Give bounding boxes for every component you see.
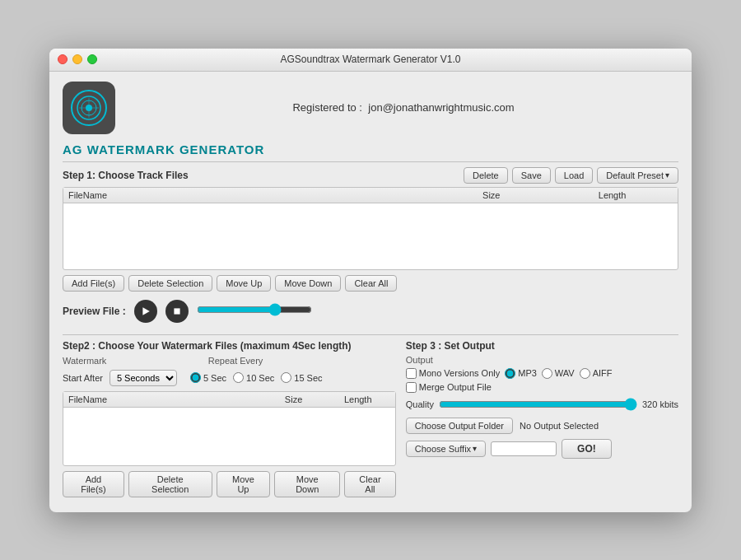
mp3-option[interactable]: MP3 [505,368,537,379]
repeat-10sec-option[interactable]: 10 Sec [233,372,274,383]
mp3-radio[interactable] [505,368,515,379]
play-icon [141,306,151,316]
aiff-option[interactable]: AIFF [580,368,613,379]
main-content: Registered to : jon@jonathanwrightmusic.… [49,72,692,512]
preset-button[interactable]: Default Preset ▾ [597,167,678,184]
repeat-5sec-radio[interactable] [190,372,201,383]
preview-row: Preview File : [63,296,678,326]
merge-output-checkbox[interactable] [406,382,417,393]
start-after-row: Start After 5 Seconds 5 Sec 10 Sec [63,370,396,386]
merge-output-option[interactable]: Merge Output File [406,382,678,393]
play-button[interactable] [134,300,157,323]
stop-icon [172,306,182,316]
repeat-15sec-option[interactable]: 15 Sec [281,372,322,383]
svg-marker-5 [142,307,149,315]
load-button[interactable]: Load [555,167,593,184]
svg-rect-6 [174,308,179,314]
divider-1 [63,161,678,162]
col-size-1: Size [431,190,552,200]
output-sublabel: Output [406,355,678,365]
output-folder-row: Choose Output Folder No Output Selected [406,418,678,434]
wav-radio[interactable] [542,368,552,379]
logo-box [63,82,115,134]
aiff-label: AIFF [593,368,613,378]
wav-option[interactable]: WAV [542,368,575,379]
watermark-sublabel: Watermark [63,356,106,366]
step2-clear-all-button[interactable]: Clear All [344,471,396,497]
step2-move-down-button[interactable]: Move Down [274,471,340,497]
quality-label: Quality [406,399,434,409]
go-button[interactable]: GO! [562,439,612,459]
suffix-input[interactable] [491,441,557,456]
app-window: AGSoundtrax Watermark Generator V1.0 Reg… [49,49,692,512]
col-filename-1: FileName [68,190,431,200]
divider-2 [63,334,678,335]
step1-table-body [63,203,678,269]
traffic-lights [58,54,97,64]
start-after-select[interactable]: 5 Seconds [110,370,177,386]
step1-table: FileName Size Length [63,187,678,270]
two-col-section: Step2 : Choose Your Watermark Files (max… [63,340,678,502]
step2-section: Step2 : Choose Your Watermark Files (max… [63,340,396,502]
step1-delete-selection-button[interactable]: Delete Selection [128,275,212,292]
step1-action-row: Add File(s) Delete Selection Move Up Mov… [63,275,678,292]
step2-delete-selection-button[interactable]: Delete Selection [128,471,212,497]
app-title: AG WATERMARK GENERATOR [63,142,678,156]
stop-button[interactable] [165,300,189,323]
mono-versions-option[interactable]: Mono Versions Only [406,368,500,379]
quality-slider[interactable] [439,398,637,411]
registered-email: jon@jonathanwrightmusic.com [368,101,514,114]
step2-label: Step2 : Choose Your Watermark Files (max… [63,340,396,352]
step1-header: Step 1: Choose Track Files Delete Save L… [63,167,678,184]
step1-clear-all-button[interactable]: Clear All [345,275,397,292]
repeat-10sec-label: 10 Sec [246,373,274,383]
step1-buttons: Delete Save Load Default Preset ▾ [464,167,678,184]
step3-section: Step 3 : Set Output Output Mono Versions… [406,340,678,502]
step2-col-filename: FileName [68,394,261,404]
step2-table-body [63,408,395,465]
step2-table: FileName Size Length [63,391,396,466]
format-options: MP3 WAV AIFF [505,368,612,379]
repeat-5sec-label: 5 Sec [203,373,226,383]
repeat-15sec-label: 15 Sec [294,373,322,383]
col-length-1: Length [552,190,673,200]
repeat-15sec-radio[interactable] [281,372,291,383]
maximize-button[interactable] [87,54,97,64]
bottom-section: Choose Output Folder No Output Selected … [406,418,678,459]
choose-output-folder-button[interactable]: Choose Output Folder [406,418,513,434]
repeat-10sec-radio[interactable] [233,372,244,383]
wav-label: WAV [555,368,575,378]
mono-versions-label: Mono Versions Only [419,368,500,378]
step2-action-row: Add File(s) Delete Selection Move Up Mov… [63,471,396,497]
minimize-button[interactable] [72,54,82,64]
output-options-row: Mono Versions Only MP3 WAV [406,368,678,379]
logo-waveform [71,90,107,126]
mono-versions-checkbox[interactable] [406,368,417,379]
registered-info: Registered to : jon@jonathanwrightmusic.… [128,101,678,114]
choose-suffix-button[interactable]: Choose Suffix ▾ [406,441,486,457]
save-button[interactable]: Save [512,167,551,184]
quality-row: Quality 320 kbits [406,398,678,411]
choose-suffix-chevron-icon: ▾ [473,444,477,453]
suffix-row: Choose Suffix ▾ GO! [406,439,678,459]
aiff-radio[interactable] [580,368,590,379]
repeat-every-sublabel: Repeat Every [208,356,263,366]
step1-move-down-button[interactable]: Move Down [275,275,341,292]
quality-value: 320 kbits [642,399,678,409]
step2-add-files-button[interactable]: Add File(s) [63,471,124,497]
preview-label: Preview File : [63,306,126,317]
merge-output-label: Merge Output File [419,382,492,392]
step1-add-files-button[interactable]: Add File(s) [63,275,124,292]
close-button[interactable] [58,54,68,64]
preview-slider[interactable] [197,303,312,316]
step2-move-up-button[interactable]: Move Up [217,471,271,497]
step2-table-header: FileName Size Length [63,392,395,408]
window-title: AGSoundtrax Watermark Generator V1.0 [281,54,461,65]
step1-move-up-button[interactable]: Move Up [217,275,271,292]
delete-button[interactable]: Delete [464,167,508,184]
step2-watermark-row: Watermark Repeat Every [63,355,396,366]
choose-suffix-label: Choose Suffix [415,444,471,454]
repeat-5sec-option[interactable]: 5 Sec [190,372,226,383]
preset-chevron-icon: ▾ [665,170,669,180]
preset-label: Default Preset [606,170,664,180]
